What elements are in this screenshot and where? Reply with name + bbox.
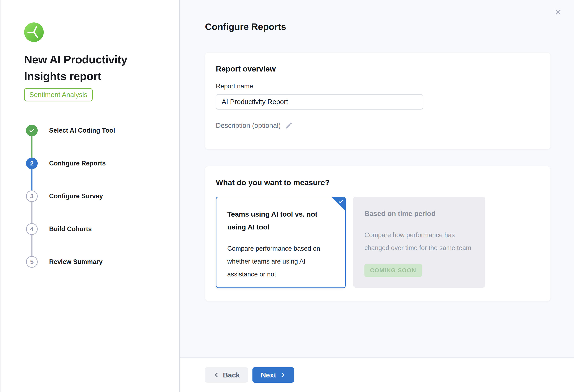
description-row[interactable]: Description (optional) (216, 122, 540, 130)
wizard-title: New AI Productivity Insights report (24, 51, 170, 84)
wizard-footer: Back Next (180, 357, 574, 392)
report-type-badge: Sentiment Analysis (24, 88, 93, 101)
step-circle-upcoming: 3 (26, 190, 38, 202)
option-description: Compare performance based on whether tea… (227, 242, 334, 281)
step-label: Select AI Coding Tool (49, 127, 115, 134)
option-based-on-time-period: Based on time period Compare how perform… (353, 197, 485, 288)
option-title: Based on time period (364, 207, 474, 220)
step-label: Build Cohorts (49, 225, 92, 233)
description-optional-label: Description (optional) (216, 122, 281, 130)
report-overview-card: Report overview Report name Description … (205, 53, 551, 149)
measure-card: What do you want to measure? Teams using… (205, 166, 551, 301)
stepper-step-configure-survey[interactable]: 3 Configure Survey (26, 190, 115, 202)
stepper-step-select-ai-coding-tool[interactable]: Select AI Coding Tool (26, 125, 115, 136)
step-circle-upcoming: 4 (26, 223, 38, 235)
step-label: Configure Survey (49, 192, 103, 200)
page-title: Configure Reports (205, 21, 286, 32)
next-button-label: Next (261, 371, 276, 379)
step-label: Review Summary (49, 258, 102, 266)
back-button-label: Back (223, 371, 240, 379)
check-icon (28, 127, 35, 134)
stepper-step-review-summary[interactable]: 5 Review Summary (26, 256, 115, 268)
next-button[interactable]: Next (252, 367, 294, 383)
check-icon (338, 199, 344, 205)
configure-reports-panel: Configure Reports Report overview Report… (180, 0, 574, 392)
coming-soon-badge: COMING SOON (364, 264, 422, 277)
step-circle-active: 2 (26, 158, 38, 169)
chevron-left-icon (213, 372, 220, 378)
stepper-step-configure-reports[interactable]: 2 Configure Reports (26, 158, 115, 169)
chevron-right-icon (280, 372, 286, 378)
wizard-sidebar: New AI Productivity Insights report Sent… (0, 0, 180, 392)
option-description: Compare how performance has changed over… (364, 229, 474, 254)
pencil-icon[interactable] (285, 122, 293, 130)
stepper-step-build-cohorts[interactable]: 4 Build Cohorts (26, 223, 115, 235)
step-label: Configure Reports (49, 160, 106, 167)
close-icon[interactable] (554, 7, 563, 17)
app-logo-propeller-icon (24, 22, 44, 42)
measure-heading: What do you want to measure? (216, 178, 540, 187)
report-name-input[interactable] (216, 94, 423, 110)
measure-options: Teams using AI tool vs. not using AI too… (216, 197, 540, 288)
report-name-label: Report name (216, 82, 540, 90)
step-circle-completed (26, 125, 38, 136)
report-overview-heading: Report overview (216, 65, 540, 73)
option-title: Teams using AI tool vs. not using AI too… (227, 208, 334, 233)
back-button[interactable]: Back (205, 367, 248, 383)
wizard-stepper: Select AI Coding Tool 2 Configure Report… (26, 125, 115, 268)
option-teams-using-ai-vs-not[interactable]: Teams using AI tool vs. not using AI too… (216, 197, 346, 288)
step-circle-upcoming: 5 (26, 256, 38, 268)
